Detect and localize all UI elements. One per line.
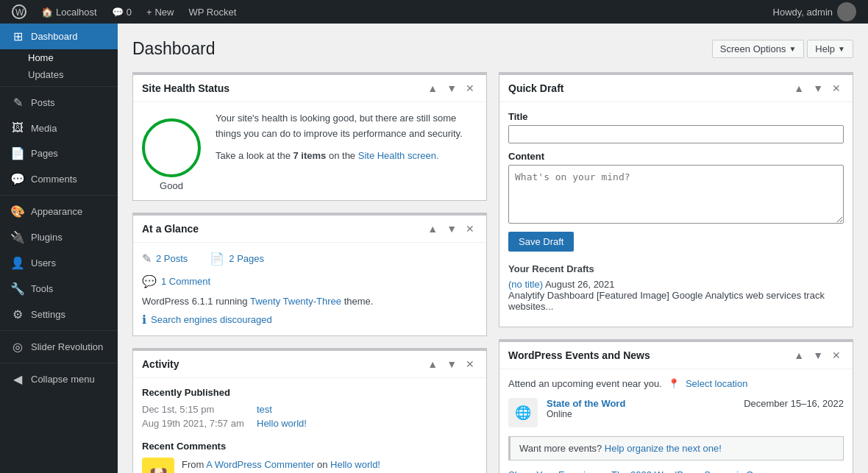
health-screen-link[interactable]: Site Health screen.	[358, 150, 439, 161]
sidebar-item-comments[interactable]: 💬 Comments	[0, 166, 118, 192]
save-draft-button[interactable]: Save Draft	[508, 232, 574, 252]
site-health-close[interactable]: ✕	[463, 81, 477, 96]
users-icon: 👤	[10, 256, 25, 270]
at-a-glance-controls: ▲ ▼ ✕	[424, 221, 477, 236]
at-a-glance-close[interactable]: ✕	[463, 221, 477, 236]
menu-divider-2	[0, 195, 118, 196]
organize-link[interactable]: Help organize the next one!	[605, 443, 722, 454]
events-controls: ▲ ▼ ✕	[791, 348, 844, 363]
sidebar-item-slider-revolution[interactable]: ◎ Slider Revolution	[0, 334, 118, 360]
admin-menu: ⊞ Dashboard Home Updates ✎ Posts 🖼 Media…	[0, 24, 118, 473]
sidebar-item-plugins[interactable]: 🔌 Plugins	[0, 224, 118, 250]
sidebar-item-label-plugins: Plugins	[31, 232, 63, 243]
activity-title: Activity	[142, 358, 179, 370]
sidebar-item-settings[interactable]: ⚙ Settings	[0, 302, 118, 327]
slider-icon: ◎	[10, 340, 25, 354]
theme-link[interactable]: Twenty Twenty-Three	[250, 296, 341, 307]
news-list: Share Your Experience: The 2022 WordPres…	[508, 469, 844, 473]
site-name-item[interactable]: 🏠 Localhost	[35, 7, 103, 18]
sidebar-item-label-pages: Pages	[31, 148, 58, 159]
draft-content-input[interactable]	[508, 165, 844, 224]
activity-link-0[interactable]: test	[257, 404, 272, 415]
activity-collapse-down[interactable]: ▼	[444, 357, 460, 371]
glance-pages-link[interactable]: 2 Pages	[229, 253, 264, 264]
event-name-link[interactable]: State of the Word	[547, 398, 625, 409]
sidebar-item-tools[interactable]: 🔧 Tools	[0, 276, 118, 302]
activity-link-1[interactable]: Hello world!	[257, 418, 307, 429]
tools-icon: 🔧	[10, 282, 25, 296]
sidebar-item-label-slider: Slider Revolution	[31, 341, 103, 352]
search-engines-link[interactable]: Search engines discouraged	[151, 314, 272, 325]
appearance-icon: 🎨	[10, 205, 25, 218]
activity-close[interactable]: ✕	[463, 357, 477, 371]
select-location-link[interactable]: Select location	[686, 378, 748, 389]
sidebar-item-dashboard[interactable]: ⊞ Dashboard	[0, 24, 118, 49]
events-header: WordPress Events and News ▲ ▼ ✕	[499, 342, 853, 369]
location-pin-icon: 📍	[668, 378, 680, 389]
at-a-glance-collapse-down[interactable]: ▼	[444, 221, 460, 236]
events-collapse-up[interactable]: ▲	[791, 348, 807, 363]
screen-options-button[interactable]: Screen Options ▼	[712, 40, 805, 58]
avatar	[837, 2, 856, 21]
site-health-title: Site Health Status	[142, 82, 230, 94]
site-health-collapse-down[interactable]: ▼	[444, 81, 460, 96]
activity-controls: ▲ ▼ ✕	[424, 357, 477, 371]
events-close[interactable]: ✕	[829, 348, 844, 363]
sidebar-item-posts[interactable]: ✎ Posts	[0, 90, 118, 115]
search-engines-info[interactable]: ℹ Search engines discouraged	[142, 313, 477, 327]
comments-menu-icon: 💬	[10, 172, 25, 186]
quick-draft-collapse-down[interactable]: ▼	[810, 81, 826, 96]
quick-draft-title: Quick Draft	[508, 82, 563, 94]
comments-item[interactable]: 💬 0	[106, 7, 138, 18]
draft-title-input[interactable]	[508, 125, 844, 143]
sidebar-item-appearance[interactable]: 🎨 Appearance	[0, 199, 118, 224]
svg-text:W: W	[15, 7, 24, 18]
quick-draft-close[interactable]: ✕	[829, 81, 844, 96]
quick-draft-collapse-up[interactable]: ▲	[791, 81, 807, 96]
help-button[interactable]: Help ▼	[807, 40, 853, 58]
menu-divider-1	[0, 86, 118, 87]
title-label: Title	[508, 111, 844, 122]
glance-pages-icon: 📄	[210, 252, 224, 266]
dashboard-grid: Site Health Status ▲ ▼ ✕	[132, 72, 853, 473]
event-item-0: 🌐 State of the Word Online December 15–1…	[508, 398, 844, 427]
glance-posts-link[interactable]: 2 Posts	[156, 253, 188, 264]
activity-row-0: Dec 1st, 5:15 pm test	[142, 404, 477, 415]
page-header: Dashboard Screen Options ▼ Help ▼	[132, 38, 853, 60]
quick-draft-widget: Quick Draft ▲ ▼ ✕ Title Content Save Dra…	[499, 72, 853, 327]
site-health-controls: ▲ ▼ ✕	[424, 81, 477, 96]
wp-rocket-item[interactable]: WP Rocket	[183, 7, 243, 18]
comments-icon: 💬	[112, 7, 124, 18]
draft-item-0: (no title) August 26, 2021 Analytify Das…	[508, 279, 844, 312]
user-info[interactable]: Howdy, admin	[767, 2, 862, 21]
at-a-glance-collapse-up[interactable]: ▲	[424, 221, 441, 236]
events-collapse-down[interactable]: ▼	[810, 348, 826, 363]
sidebar-sub-home[interactable]: Home	[0, 49, 118, 66]
sidebar-item-users[interactable]: 👤 Users	[0, 250, 118, 276]
screen-options-chevron: ▼	[789, 45, 796, 53]
health-circle-container: Good	[142, 111, 201, 191]
glance-comments-link[interactable]: 1 Comment	[161, 276, 210, 287]
sidebar-sub-updates[interactable]: Updates	[0, 66, 118, 83]
event-details-0: State of the Word Online	[547, 398, 735, 419]
events-intro: Attend an upcoming event near you. 📍 Sel…	[508, 378, 844, 389]
sidebar-item-media[interactable]: 🖼 Media	[0, 115, 118, 141]
site-health-collapse-up[interactable]: ▲	[424, 81, 441, 96]
sidebar-item-label-dashboard: Dashboard	[31, 31, 78, 42]
sidebar-item-pages[interactable]: 📄 Pages	[0, 141, 118, 166]
activity-collapse-up[interactable]: ▲	[424, 357, 441, 371]
wp-logo-item[interactable]: W	[6, 4, 32, 19]
sidebar-item-label-users: Users	[31, 257, 56, 268]
comments-count: 0	[127, 7, 132, 18]
new-content-item[interactable]: + New	[140, 7, 180, 18]
glance-stats: ✎ 2 Posts 📄 2 Pages	[142, 252, 477, 266]
collapse-icon: ◀	[10, 372, 25, 386]
news-link-0[interactable]: Share Your Experience: The 2022 WordPres…	[508, 469, 769, 473]
comment-post-link[interactable]: Hello world!	[330, 459, 380, 470]
comment-text-0: From A WordPress Commenter on Hello worl…	[182, 458, 477, 473]
info-icon: ℹ	[142, 313, 146, 327]
draft-title-link[interactable]: (no title)	[508, 279, 543, 290]
collapse-menu-item[interactable]: ◀ Collapse menu	[0, 366, 118, 392]
comment-author-link[interactable]: A WordPress Commenter	[206, 459, 314, 470]
quick-draft-header: Quick Draft ▲ ▼ ✕	[499, 75, 853, 102]
